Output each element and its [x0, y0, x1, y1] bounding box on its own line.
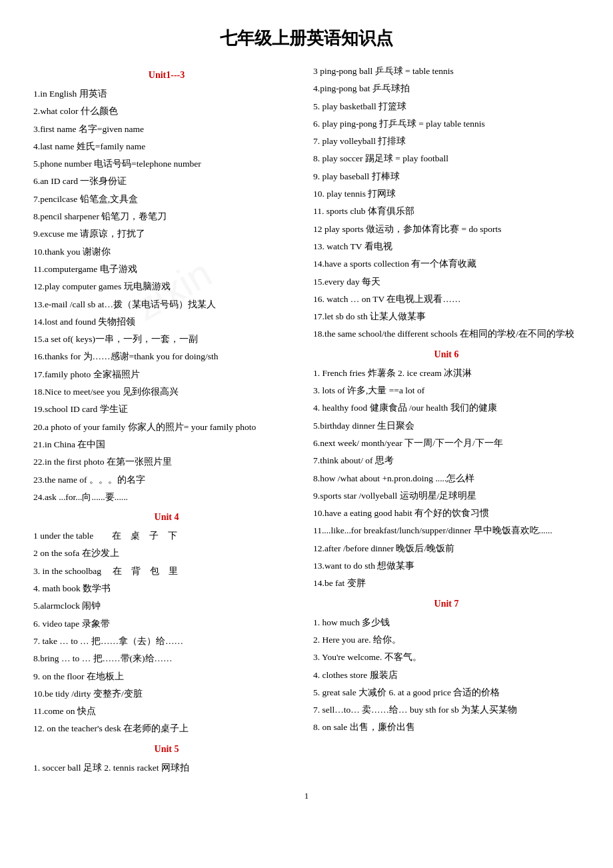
list-item: 5.alarmclock 闹钟: [33, 598, 300, 614]
list-item: 17.family photo 全家福照片: [33, 367, 300, 383]
list-item: 3 ping-pong ball 乒乓球 = table tennis: [313, 63, 580, 79]
list-item: 16. watch … on TV 在电视上观看……: [313, 291, 580, 307]
list-item: 6. video tape 录象带: [33, 616, 300, 632]
list-item: 18.Nice to meet/see you 见到你很高兴: [33, 384, 300, 400]
unit6-title: Unit 6: [313, 349, 580, 360]
list-item: 13.want to do sth 想做某事: [313, 558, 580, 574]
list-item: 10.thank you 谢谢你: [33, 244, 300, 260]
list-item: 11....like...for breakfast/lunch/supper/…: [313, 523, 580, 539]
unit1-title: Unit1---3: [33, 70, 300, 81]
list-item: 24.ask ...for...向......要......: [33, 489, 300, 505]
list-item: 15.a set of( keys)一串，一列，一套，一副: [33, 331, 300, 347]
list-item: 9. play baseball 打棒球: [313, 169, 580, 185]
list-item: 4. healthy food 健康食品 /our health 我们的健康: [313, 400, 580, 416]
list-item: 12. on the teacher's desk 在老师的桌子上: [33, 721, 300, 737]
unit5-title: Unit 5: [33, 744, 300, 755]
list-item: 1.in English 用英语: [33, 86, 300, 102]
list-item: 7.think about/ of 思考: [313, 453, 580, 469]
list-item: 8.how /what about +n.pron.doing .....怎么样: [313, 471, 580, 487]
list-item: 3. in the schoolbag 在 背 包 里: [33, 563, 300, 579]
list-item: 16.thanks for 为……感谢=thank you for doing/…: [33, 349, 300, 365]
list-item: 2 on the sofa 在沙发上: [33, 545, 300, 561]
list-item: 4. math book 数学书: [33, 581, 300, 597]
list-item: 18.the same school/the different schools…: [313, 326, 580, 342]
unit5-continued-content: 3 ping-pong ball 乒乓球 = table tennis4.pin…: [313, 63, 580, 343]
list-item: 22.in the first photo 在第一张照片里: [33, 454, 300, 470]
list-item: 9.sports star /vollyeball 运动明星/足球明星: [313, 488, 580, 504]
list-item: 8.pencil sharpener 铅笔刀，卷笔刀: [33, 209, 300, 225]
left-column: Unit1---3 1.in English 用英语2.what color 什…: [33, 63, 300, 777]
list-item: 7. take … to … 把……拿（去）给……: [33, 633, 300, 649]
unit1-content: 1.in English 用英语2.what color 什么颜色3.first…: [33, 86, 300, 505]
list-item: 13.e-mail /call sb at…拨（某电话号码）找某人: [33, 297, 300, 313]
list-item: 3.first name 名字=given name: [33, 121, 300, 137]
list-item: 9. on the floor 在地板上: [33, 669, 300, 685]
right-column: 3 ping-pong ball 乒乓球 = table tennis4.pin…: [313, 63, 580, 777]
unit6-content: 1. French fries 炸薯条 2. ice cream 冰淇淋3. l…: [313, 365, 580, 592]
list-item: 12.after /before dinner 晚饭后/晚饭前: [313, 541, 580, 557]
list-item: 8. play soccer 踢足球 = play football: [313, 151, 580, 167]
list-item: 10. play tennis 打网球: [313, 186, 580, 202]
list-item: 4. clothes store 服装店: [313, 667, 580, 683]
list-item: 6.an ID card 一张身份证: [33, 173, 300, 189]
list-item: 3. You're welcome. 不客气。: [313, 649, 580, 665]
list-item: 13. watch TV 看电视: [313, 239, 580, 255]
list-item: 14.be fat 变胖: [313, 575, 580, 591]
page-title: 七年级上册英语知识点: [33, 27, 580, 50]
list-item: 4.ping-pong bat 乒乓球拍: [313, 81, 580, 97]
unit7-content: 1. how much 多少钱2. Here you are. 给你。3. Yo…: [313, 615, 580, 736]
list-item: 1. soccer ball 足球 2. tennis racket 网球拍: [33, 760, 300, 776]
list-item: 12.play computer games 玩电脑游戏: [33, 279, 300, 295]
list-item: 14.have a sports collection 有一个体育收藏: [313, 256, 580, 272]
list-item: 21.in China 在中国: [33, 437, 300, 453]
list-item: 5.birthday dinner 生日聚会: [313, 418, 580, 434]
page-number: 1: [33, 791, 580, 801]
list-item: 5. great sale 大减价 6. at a good price 合适的…: [313, 685, 580, 701]
unit4-title: Unit 4: [33, 512, 300, 523]
list-item: 7. sell…to… 卖……给… buy sth for sb 为某人买某物: [313, 702, 580, 718]
list-item: 2.what color 什么颜色: [33, 103, 300, 119]
list-item: 10.have a eating good habit 有个好的饮食习惯: [313, 505, 580, 521]
list-item: 15.every day 每天: [313, 274, 580, 290]
list-item: 17.let sb do sth 让某人做某事: [313, 309, 580, 325]
list-item: 11.come on 快点: [33, 703, 300, 719]
unit5-left-content: 1. soccer ball 足球 2. tennis racket 网球拍: [33, 760, 300, 776]
list-item: 7. play volleyball 打排球: [313, 133, 580, 149]
list-item: 12 play sports 做运动，参加体育比赛 = do sports: [313, 221, 580, 237]
list-item: 6.next week/ month/year 下一周/下一个月/下一年: [313, 435, 580, 451]
list-item: 7.pencilcase 铅笔盒,文具盒: [33, 191, 300, 207]
list-item: 3. lots of 许多,大量 ==a lot of: [313, 383, 580, 399]
list-item: 9.excuse me 请原谅，打扰了: [33, 226, 300, 242]
list-item: 2. Here you are. 给你。: [313, 632, 580, 648]
list-item: 6. play ping-pong 打乒乓球 = play table tenn…: [313, 116, 580, 132]
list-item: 1. French fries 炸薯条 2. ice cream 冰淇淋: [313, 365, 580, 381]
list-item: 20.a photo of your family 你家人的照片= your f…: [33, 419, 300, 435]
list-item: 5.phone number 电话号码=telephone number: [33, 156, 300, 172]
unit4-content: 1 under the table 在 桌 子 下2 on the sofa 在…: [33, 528, 300, 737]
list-item: 5. play basketball 打篮球: [313, 99, 580, 115]
list-item: 1. how much 多少钱: [313, 615, 580, 631]
list-item: 19.school ID card 学生证: [33, 401, 300, 417]
list-item: 11. sports club 体育俱乐部: [313, 203, 580, 219]
unit7-title: Unit 7: [313, 599, 580, 609]
list-item: 14.lost and found 失物招领: [33, 314, 300, 330]
list-item: 1 under the table 在 桌 子 下: [33, 528, 300, 544]
list-item: 8. on sale 出售，廉价出售: [313, 719, 580, 735]
list-item: 8.bring … to … 把……带(来)给……: [33, 651, 300, 667]
list-item: 4.last name 姓氏=family name: [33, 139, 300, 155]
content-wrapper: Unit1---3 1.in English 用英语2.what color 什…: [33, 63, 580, 777]
list-item: 10.be tidy /dirty 变整齐/变脏: [33, 686, 300, 702]
list-item: 23.the name of 。。。的名字: [33, 472, 300, 488]
list-item: 11.computergame 电子游戏: [33, 261, 300, 277]
